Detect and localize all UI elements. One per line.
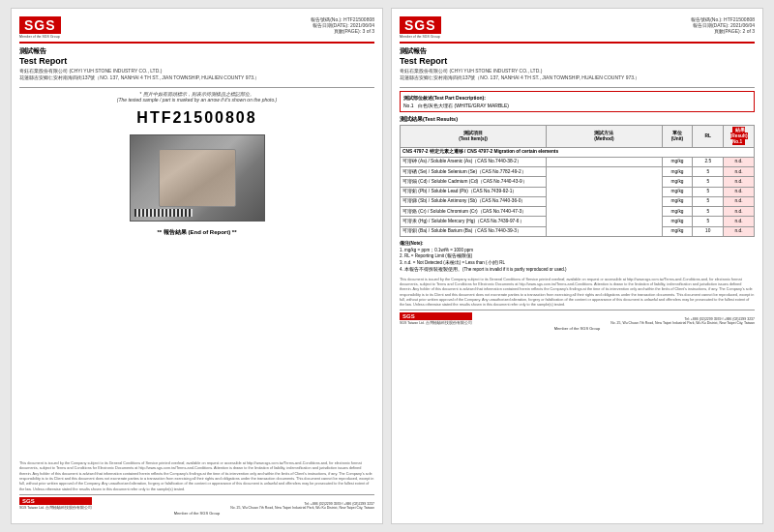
- row-cns-header: CNS 4797-2 特定元素之遷移 / CNS 4797-2 Migratio…: [401, 147, 755, 157]
- cell-result: n.d.: [724, 177, 755, 187]
- page1-header-info: 報告號碼(No.): HTF21500808 報告日期(DATE): 2021/…: [311, 16, 374, 34]
- page1-sample-note: * 照片中如有箭頭標示，則表示待測樣品之標記部位。 (The tested sa…: [19, 91, 374, 103]
- cell-result: n.d.: [724, 167, 755, 177]
- sample-photo: [130, 134, 265, 222]
- cell-unit: mg/kg: [662, 226, 693, 236]
- cell-rl: 5: [693, 187, 724, 196]
- page1: SGS Member of the SGS Group 報告號碼(No.): H…: [11, 8, 383, 524]
- page2-footer-address: Tel: +886 (02)2299 3939 f +886 (02)2299 …: [610, 317, 755, 325]
- cell-unit: mg/kg: [662, 207, 693, 217]
- note-item: 3. n.d. = Not Detected (未檢出) = Less than…: [400, 260, 755, 267]
- cell-rl: 10: [693, 226, 724, 236]
- cell-item: 可溶汞 (Hg) / Soluble Mercury (Hg)（CAS No.7…: [401, 217, 547, 226]
- sgs-logo: SGS: [19, 16, 61, 34]
- page2-footer-logos: SGS SGS Taiwan Ltd. 台灣檢驗科技股份有限公司 Tel: +8…: [400, 310, 755, 325]
- page1-header: SGS Member of the SGS Group 報告號碼(No.): H…: [19, 16, 374, 44]
- photo-inner: [131, 135, 264, 221]
- page1-footer-logo: SGS SGS Taiwan Ltd. 台灣檢驗科技股份有限公司: [19, 497, 92, 510]
- cell-unit: mg/kg: [662, 177, 693, 187]
- page2-title-en: Test Report: [400, 56, 755, 66]
- cell-rl: 2.5: [693, 157, 724, 166]
- table-row: CNS 4797-2 特定元素之遷移 / CNS 4797-2 Migratio…: [401, 147, 755, 157]
- notes-items: 1. mg/kg = ppm；0.1wt% = 1000 ppm2. RL = …: [400, 248, 755, 274]
- th-rl: RL: [693, 126, 724, 148]
- cell-unit: mg/kg: [662, 167, 693, 177]
- page1-member: Member of the SGS Group: [19, 511, 374, 516]
- table-row: 可溶砷 (As) / Soluble Arsenic (As)（CAS No.7…: [401, 157, 755, 166]
- page1-title-cn: 測試報告: [19, 46, 374, 56]
- results-table: 測試項目(Test Item(s)) 測試方法(Method) 單位(Unit)…: [400, 125, 755, 237]
- cell-result: n.d.: [724, 217, 755, 226]
- page2-footer-sgs: SGS: [400, 312, 472, 320]
- page1-footer-text: This document is issued by the Company s…: [19, 461, 374, 492]
- page1-footer-logos: SGS SGS Taiwan Ltd. 台灣檢驗科技股份有限公司 Tel: +8…: [19, 494, 374, 510]
- page2-tagline: Member of the SGS Group: [400, 35, 441, 39]
- cell-result: n.d.: [724, 157, 755, 166]
- cell-item: 可溶砷 (As) / Soluble Arsenic (As)（CAS No.7…: [401, 157, 547, 166]
- page1-logo-section: SGS Member of the SGS Group: [19, 16, 61, 39]
- page2: SGS Member of the SGS Group 報告號碼(No.): H…: [391, 8, 763, 524]
- cell-item: 可溶鋇 (Ba) / Soluble Barium (Ba)（CAS No.74…: [401, 226, 547, 236]
- th-result: 結果(Result)No.1: [724, 126, 755, 148]
- cell-result: n.d.: [724, 207, 755, 217]
- page2-footer-logo: SGS SGS Taiwan Ltd. 台灣檢驗科技股份有限公司: [400, 312, 472, 325]
- page2-header-info: 報告號碼(No.): HTF21500808 報告日期(DATE): 2021/…: [691, 16, 755, 34]
- cell-unit: mg/kg: [662, 196, 693, 206]
- cell-item: 可溶銻 (Sb) / Soluble Antimony (Sb)（CAS No.…: [401, 196, 547, 206]
- page2-member: Member of the SGS Group: [400, 326, 755, 331]
- ruler-overlay: [134, 209, 193, 217]
- notes-section: 備注(Note): 1. mg/kg = ppm；0.1wt% = 1000 p…: [400, 241, 755, 274]
- page1-tagline: Member of the SGS Group: [19, 35, 61, 39]
- cell-method: [547, 167, 662, 237]
- cell-result: n.d.: [724, 187, 755, 196]
- page2-header: SGS Member of the SGS Group 報告號碼(No.): H…: [400, 16, 755, 44]
- cell-rl: 5: [693, 217, 724, 226]
- page2-title-cn: 測試報告: [400, 46, 755, 56]
- page1-company: 奇鈺石業股份有限公司 (CHYI YUH STONE INDUSTRY CO.,…: [19, 68, 374, 81]
- cell-unit: mg/kg: [662, 187, 693, 196]
- cell-item: 可溶鎘 (Cd) / Soluble Cadmium (Cd)（CAS No.7…: [401, 177, 547, 187]
- test-results-title: 測試結果(Test Results): [400, 116, 755, 123]
- th-item: 測試項目(Test Item(s)): [401, 126, 547, 148]
- cell-rl: 5: [693, 177, 724, 187]
- th-method: 測試方法(Method): [547, 126, 662, 148]
- test-part-item: No.1 白色/灰色大理石 (WHITE/GRAY MARBLE): [403, 103, 751, 108]
- sgs-logo-right: SGS: [400, 16, 441, 34]
- page1-title-section: 測試報告 Test Report 奇鈺石業股份有限公司 (CHYI YUH ST…: [19, 46, 374, 81]
- cell-rl: 5: [693, 167, 724, 177]
- page1-photo-area: [19, 134, 374, 222]
- notes-title: 備注(Note):: [400, 241, 755, 248]
- page1-htf-code: HTF21500808: [19, 109, 374, 127]
- cell-item: 可溶硒 (Se) / Soluble Selenium (Se)（CAS No.…: [401, 167, 547, 177]
- test-part-title: 測試部位敘述(Test Part Description):: [403, 95, 751, 101]
- th-unit: 單位(Unit): [662, 126, 693, 148]
- page2-footer-text: This document is issued by the Company s…: [400, 278, 755, 309]
- page2-company: 奇鈺石業股份有限公司 (CHYI YUH STONE INDUSTRY CO.,…: [400, 68, 755, 81]
- cell-unit: mg/kg: [662, 217, 693, 226]
- cell-unit: mg/kg: [662, 157, 693, 166]
- cell-rl: 5: [693, 196, 724, 206]
- note-item: 4. 本報告不得拆裝複製使用。(The report is invalid if…: [400, 267, 755, 274]
- cell-result: n.d.: [724, 226, 755, 236]
- cell-result: n.d.: [724, 196, 755, 206]
- stone-sample: [159, 149, 236, 207]
- page1-page: 頁數(PAGE): 3 of 3: [311, 28, 374, 34]
- page2-logo-section: SGS Member of the SGS Group: [400, 16, 441, 39]
- page1-footer-address: Tel: +886 (02)2299 3939 f +886 (02)2299 …: [230, 502, 374, 510]
- cell-item: 可溶鉻 (Cr) / Soluble Chromium (Cr)（CAS No.…: [401, 207, 547, 217]
- page2-title-section: 測試報告 Test Report 奇鈺石業股份有限公司 (CHYI YUH ST…: [400, 46, 755, 81]
- page2-footer-company: SGS Taiwan Ltd. 台灣檢驗科技股份有限公司: [400, 321, 472, 325]
- test-part-description: 測試部位敘述(Test Part Description): No.1 白色/灰…: [400, 91, 755, 112]
- cell-method: [547, 157, 662, 166]
- page1-end-of-report: ** 報告結果 (End of Report) **: [19, 228, 374, 237]
- cell-item: 可溶鉛 (Pb) / Soluble Lead (Pb)（CAS No.7439…: [401, 187, 547, 196]
- table-row: 可溶硒 (Se) / Soluble Selenium (Se)（CAS No.…: [401, 167, 755, 177]
- page1-title-en: Test Report: [19, 56, 374, 66]
- test-results-section: 測試結果(Test Results) 測試項目(Test Item(s)) 測試…: [400, 116, 755, 237]
- cell-rl: 5: [693, 207, 724, 217]
- page1-footer-sgs: SGS: [19, 497, 92, 505]
- page2-page: 頁數(PAGE): 2 of 3: [691, 28, 755, 34]
- page1-footer-company: SGS Taiwan Ltd. 台灣檢驗科技股份有限公司: [19, 506, 92, 510]
